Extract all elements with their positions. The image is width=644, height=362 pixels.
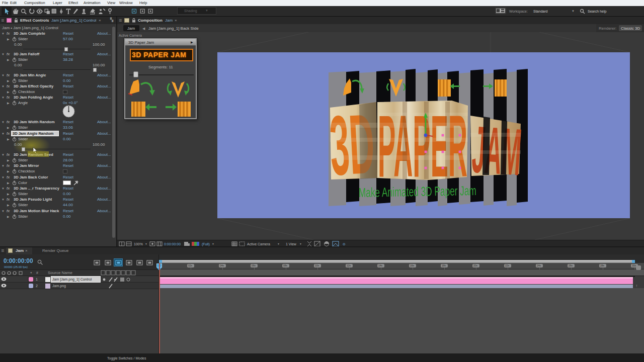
svg-text:PAPER: PAPER bbox=[378, 97, 467, 195]
svg-text:Make Animated 3D Paper Jam: Make Animated 3D Paper Jam bbox=[359, 183, 476, 200]
